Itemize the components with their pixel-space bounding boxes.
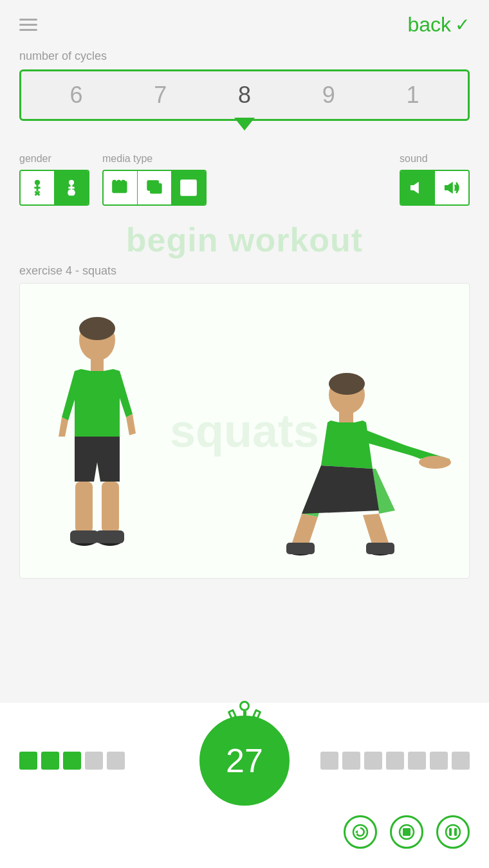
sound-group: sound	[400, 153, 470, 206]
timer-stem	[243, 711, 246, 719]
mute-icon	[409, 179, 427, 197]
media-type-toggle	[102, 170, 207, 206]
svg-point-36	[329, 373, 365, 395]
reset-button[interactable]	[344, 815, 377, 849]
sound-on-button[interactable]	[435, 171, 468, 204]
cycles-section: number of cycles 6 7 8 9 1	[0, 43, 489, 134]
sound-toggle	[400, 170, 470, 206]
svg-rect-17	[122, 180, 125, 183]
pause-icon	[444, 823, 462, 841]
begin-workout-text: begin workout	[126, 221, 363, 258]
progress-bars-right	[296, 752, 470, 770]
svg-rect-46	[403, 828, 411, 836]
svg-point-47	[446, 825, 460, 839]
text-icon	[180, 179, 198, 197]
exercise-label: exercise 4 - squats	[19, 264, 470, 278]
sound-mute-button[interactable]	[401, 171, 434, 204]
svg-rect-16	[117, 180, 120, 183]
svg-rect-34	[96, 530, 124, 543]
progress-bar-3	[63, 752, 81, 770]
svg-point-38	[419, 456, 451, 469]
svg-rect-30	[102, 482, 119, 533]
cycle-value-4: 1	[371, 82, 455, 109]
menu-line-1	[19, 19, 37, 21]
exercise-section: exercise 4 - squats squats	[0, 264, 489, 579]
media-slideshow-button[interactable]	[138, 171, 171, 204]
cycle-value-0: 6	[34, 82, 118, 109]
sound-label: sound	[400, 153, 470, 165]
timer-crown-right	[252, 709, 262, 720]
timer-display: 27	[199, 716, 290, 806]
svg-marker-24	[411, 183, 419, 193]
progress-bar-2	[41, 752, 59, 770]
progress-bar-r5	[408, 752, 426, 770]
progress-bar-r1	[320, 752, 338, 770]
svg-marker-25	[445, 183, 453, 193]
progress-bar-r4	[386, 752, 404, 770]
person-squatting-figure	[282, 359, 463, 565]
menu-line-2	[19, 24, 37, 26]
header: back ✓	[0, 0, 489, 43]
timer-crown-left	[228, 709, 237, 720]
svg-rect-48	[449, 828, 452, 836]
progress-bar-r6	[430, 752, 448, 770]
svg-rect-28	[91, 358, 104, 371]
gender-female-button[interactable]	[55, 171, 88, 204]
settings-row: gender	[0, 134, 489, 215]
reset-icon	[351, 823, 369, 841]
gender-male-button[interactable]	[21, 171, 54, 204]
progress-bar-r3	[364, 752, 382, 770]
controls-row	[19, 815, 470, 849]
female-icon	[62, 179, 80, 197]
pause-button[interactable]	[436, 815, 470, 849]
svg-point-27	[79, 317, 115, 340]
progress-bar-5	[107, 752, 125, 770]
svg-rect-40	[286, 543, 315, 554]
media-type-label: media type	[102, 153, 207, 165]
cycle-value-2: 8	[203, 82, 287, 109]
menu-line-3	[19, 29, 37, 31]
sound-on-icon	[443, 179, 461, 197]
chevron-down-icon: ✓	[455, 14, 470, 35]
svg-rect-49	[454, 828, 457, 836]
video-icon	[111, 179, 129, 197]
progress-bar-r2	[342, 752, 360, 770]
bottom-section: 27	[0, 703, 489, 868]
timer-knob	[239, 701, 250, 711]
back-label: back	[407, 13, 451, 37]
progress-bar-r7	[452, 752, 470, 770]
media-type-group: media type	[102, 153, 207, 206]
cycles-picker[interactable]: 6 7 8 9 1	[19, 69, 470, 121]
progress-bar-4	[85, 752, 103, 770]
begin-workout-area: begin workout	[19, 215, 470, 264]
svg-marker-44	[355, 830, 358, 834]
svg-rect-42	[366, 543, 394, 554]
cycle-value-1: 7	[118, 82, 203, 109]
cycle-indicator-arrow	[234, 118, 255, 131]
cycles-label: number of cycles	[19, 50, 470, 63]
svg-rect-37	[339, 412, 353, 422]
person-standing-figure	[46, 308, 149, 565]
progress-timer-row: 27	[19, 716, 470, 806]
media-text-button[interactable]	[172, 171, 205, 204]
gender-toggle	[19, 170, 89, 206]
svg-point-5	[69, 180, 74, 185]
male-icon	[28, 179, 46, 197]
svg-rect-29	[75, 482, 93, 533]
slideshow-icon	[145, 179, 163, 197]
timer-value: 27	[226, 744, 263, 777]
exercise-display: squats	[19, 283, 470, 579]
stop-button[interactable]	[390, 815, 423, 849]
svg-rect-15	[113, 180, 116, 183]
svg-point-0	[35, 180, 40, 185]
media-video-button[interactable]	[104, 171, 137, 204]
progress-bars-left	[19, 752, 193, 770]
svg-rect-19	[151, 184, 161, 193]
gender-group: gender	[19, 153, 89, 206]
gender-label: gender	[19, 153, 89, 165]
back-button[interactable]: back ✓	[407, 13, 470, 37]
cycle-value-3: 9	[286, 82, 371, 109]
menu-button[interactable]	[19, 19, 37, 31]
progress-bar-1	[19, 752, 37, 770]
svg-rect-32	[70, 530, 98, 543]
